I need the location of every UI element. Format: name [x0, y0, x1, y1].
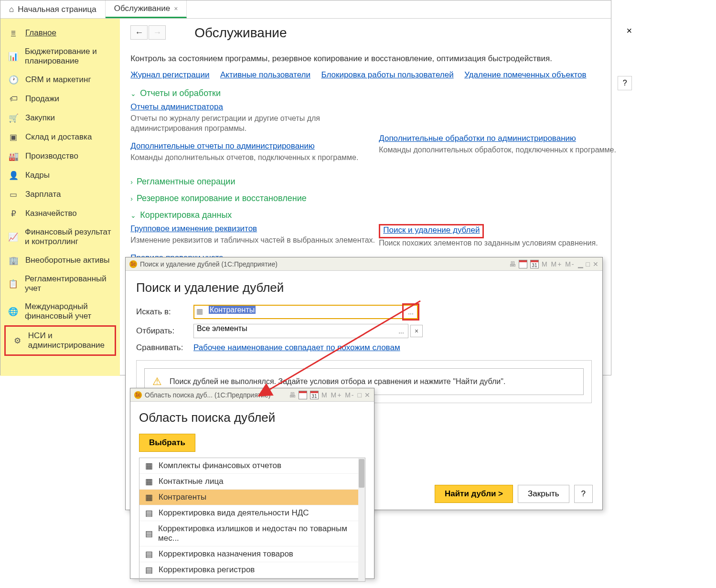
close-icon[interactable]: ✕ [364, 391, 370, 399]
print-icon[interactable]: 🖶 [509, 260, 516, 268]
link-active-users[interactable]: Активные пользователи [220, 70, 310, 79]
person-icon: 👤 [8, 170, 19, 181]
sidebar-item-intl[interactable]: 🌐Международный финансовый учет [0, 298, 120, 325]
sidebar-label: Склад и доставка [25, 132, 92, 142]
list-item[interactable]: ▤Корректировка назначения товаров [139, 546, 365, 562]
section-label: Резервное копирование и восстановление [137, 193, 307, 203]
list-item[interactable]: ▤Корректировка вида деятельности НДС [139, 505, 365, 521]
sidebar-item-budget[interactable]: 📊Бюджетирование и планирование [0, 43, 120, 70]
help-button[interactable]: ? [574, 485, 593, 503]
chevron-right-icon: › [130, 178, 133, 186]
close-icon[interactable]: × [174, 5, 178, 12]
section-reports[interactable]: ⌄Отчеты и обработки [130, 88, 627, 98]
sidebar-item-admin[interactable]: ⚙НСИ и администрирование [6, 327, 115, 354]
item-label: Корректировка вида деятельности НДС [159, 508, 309, 518]
label-filter: Отбирать: [136, 326, 193, 336]
titlebar[interactable]: 1c Область поиска дуб... (1С:Предприятие… [130, 388, 374, 402]
close-icon[interactable]: ✕ [593, 260, 598, 268]
tab-active[interactable]: Обслуживание × [106, 0, 187, 18]
section-correction[interactable]: ⌄Корректировка данных [130, 210, 627, 220]
calendar-icon[interactable]: 31 [530, 260, 539, 268]
input-value: Контрагенты [209, 306, 256, 314]
link-block[interactable]: Блокировка работы пользователей [321, 70, 453, 79]
close-button[interactable]: Закрыть [518, 485, 569, 503]
minimize-icon[interactable]: ▁ [578, 260, 583, 268]
print-icon[interactable]: 🖶 [289, 391, 296, 399]
link-group-change[interactable]: Групповое изменение реквизитов [130, 224, 257, 234]
doc-icon: ▤ [144, 566, 154, 574]
link-extra-reports[interactable]: Дополнительные отчеты по администрирован… [130, 141, 315, 151]
list-item[interactable]: ▤Корректировки задолженностей по финансо… [139, 578, 365, 582]
link-delete-marked[interactable]: Удаление помеченных объектов [464, 70, 586, 79]
calendar-icon[interactable]: 31 [310, 391, 319, 399]
sidebar-item-regacct[interactable]: 📋Регламентированный учет [0, 270, 120, 298]
warning-icon: ⚠ [152, 375, 162, 388]
titlebar[interactable]: 1c Поиск и удаление дублей (1С:Предприят… [126, 257, 602, 271]
sidebar-item-salary[interactable]: ▭Зарплата [0, 185, 120, 204]
compare-link[interactable]: Рабочее наименование совпадает по похожи… [193, 343, 400, 353]
globe-icon: 🌐 [8, 306, 18, 317]
sidebar-label: Регламентированный учет [25, 274, 112, 293]
section-backup[interactable]: ›Резервное копирование и восстановление [130, 193, 627, 203]
desc: Команды дополнительных отчетов, подключе… [130, 153, 379, 163]
sidebar-item-crm[interactable]: 🕐CRM и маркетинг [0, 70, 120, 89]
clock-icon: 🕐 [8, 75, 19, 85]
sidebar-item-production[interactable]: 🏭Производство [0, 147, 120, 166]
tab-home[interactable]: ⌂ Начальная страница [0, 0, 106, 18]
list-item[interactable]: ▤Корректировка регистров [139, 562, 365, 578]
filter-input[interactable]: Все элементы ... [193, 324, 408, 338]
boxes-icon: ▣ [8, 132, 19, 142]
help-button[interactable]: ? [618, 76, 632, 90]
list-item[interactable]: ▦Комплекты финансовых отчетов [139, 458, 365, 474]
close-page-icon[interactable]: × [627, 25, 632, 36]
sidebar-item-finresult[interactable]: 📈Финансовый результат и контроллинг [0, 223, 120, 251]
sidebar-item-treasury[interactable]: ₽Казначейство [0, 204, 120, 223]
sidebar-label: НСИ и администрирование [28, 331, 107, 350]
m-buttons[interactable]: M M+ M- [542, 260, 575, 268]
factory-icon: 🏭 [8, 151, 19, 161]
forward-button[interactable]: → [149, 25, 166, 40]
section-ops[interactable]: ›Регламентные операции [130, 177, 627, 187]
sidebar-item-assets[interactable]: 🏢Внеоборотные активы [0, 251, 120, 270]
calendar-icon[interactable] [299, 391, 307, 399]
window-title: Область поиска дуб... (1С:Предприятие) [145, 391, 270, 399]
maximize-icon[interactable]: □ [586, 260, 590, 268]
maximize-icon[interactable]: □ [358, 391, 362, 399]
sidebar-item-hr[interactable]: 👤Кадры [0, 166, 120, 185]
search-in-input[interactable]: ▦ Контрагенты ... [193, 305, 418, 319]
gear-icon: ⚙ [13, 335, 21, 346]
clear-button[interactable]: × [410, 325, 423, 337]
find-button[interactable]: Найти дубли > [435, 485, 513, 503]
back-button[interactable]: ← [130, 25, 148, 40]
window-title: Поиск и удаление дублей (1С:Предприятие) [140, 260, 278, 268]
ruble-icon: ₽ [8, 208, 19, 219]
link-extra-proc[interactable]: Дополнительные обработки по администриро… [379, 134, 576, 143]
dots-button[interactable]: ... [395, 325, 407, 337]
scroll-thumb[interactable] [359, 459, 364, 488]
list-item[interactable]: ▤Корректировка излишков и недостач по то… [139, 521, 365, 546]
chart-icon: 📊 [8, 51, 18, 62]
link-admin-reports[interactable]: Отчеты администратора [130, 102, 223, 112]
sidebar-item-warehouse[interactable]: ▣Склад и доставка [0, 128, 120, 147]
sidebar-label: Главное [25, 28, 56, 38]
chevron-down-icon: ⌄ [130, 212, 136, 219]
sidebar-item-purchases[interactable]: 🛒Закупки [0, 108, 120, 128]
link-journal[interactable]: Журнал регистрации [130, 70, 209, 79]
select-button[interactable]: Выбрать [139, 434, 195, 452]
building-icon: 🏢 [8, 255, 19, 266]
sidebar-label: Международный финансовый учет [25, 302, 112, 321]
m-buttons[interactable]: M M+ M- [321, 391, 355, 399]
sidebar-label: Производство [25, 151, 78, 161]
scrollbar[interactable] [358, 458, 365, 581]
link-find-duplicates[interactable]: Поиск и удаление дублей [383, 225, 480, 235]
list-item[interactable]: ▦Контактные лица [139, 474, 365, 490]
sidebar-item-sales[interactable]: 🏷Продажи [0, 89, 120, 108]
item-label: Контактные лица [159, 477, 224, 486]
calendar-icon[interactable] [519, 260, 527, 268]
list-item-selected[interactable]: ▦Контрагенты [139, 490, 365, 505]
table-icon: ▦ [144, 493, 154, 501]
wallet-icon: ▭ [8, 189, 19, 200]
item-label: Корректировка назначения товаров [159, 549, 293, 559]
section-label: Отчеты и обработки [140, 88, 221, 98]
sidebar-item-main[interactable]: ≡Главное [0, 23, 120, 43]
